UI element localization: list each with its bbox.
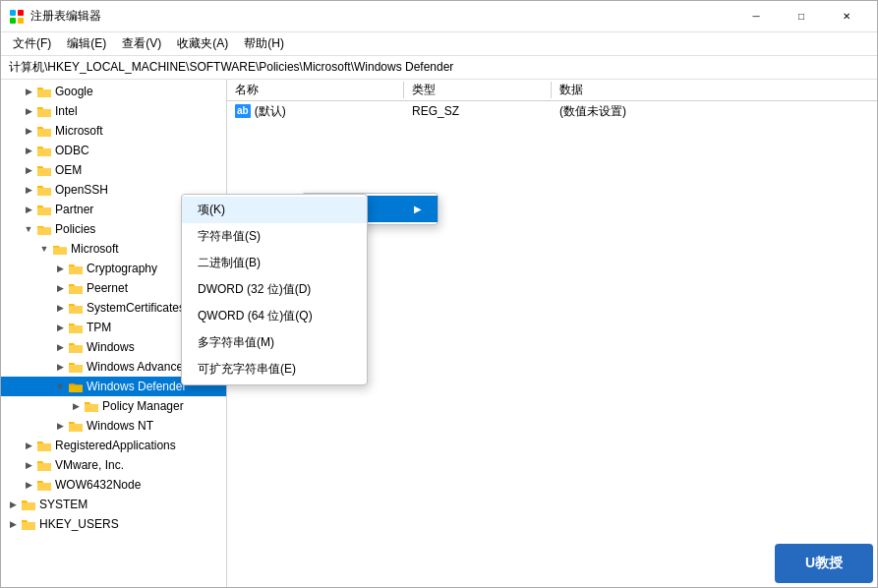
table-row-default[interactable]: ab (默认) REG_SZ (数值未设置) [227, 101, 877, 121]
tree-item-hkey-users[interactable]: ▶ HKEY_USERS [1, 514, 226, 534]
tree-item-wow6432[interactable]: ▶ WOW6432Node [1, 475, 226, 495]
tree-label-hkey-users: HKEY_USERS [39, 517, 119, 531]
tree-item-oem[interactable]: ▶ OEM [1, 160, 226, 180]
arrow-google: ▶ [21, 84, 36, 99]
tree-item-system[interactable]: ▶ SYSTEM [1, 495, 226, 514]
submenu: 项(K) 字符串值(S) 二进制值(B) DWORD (32 位)值(D) QW… [181, 194, 368, 385]
folder-icon-system [21, 498, 36, 511]
sub-item-expand-string[interactable]: 可扩充字符串值(E) [182, 356, 367, 382]
column-header: 名称 类型 数据 [227, 80, 877, 101]
svg-rect-11 [69, 266, 83, 274]
col-header-data: 数据 [552, 82, 877, 98]
sub-item-key[interactable]: 项(K) [182, 197, 367, 223]
svg-rect-3 [18, 18, 24, 24]
tree-item-vmware[interactable]: ▶ VMware, Inc. [1, 455, 226, 475]
sub-item-binary[interactable]: 二进制值(B) [182, 250, 367, 276]
arrow-partner: ▶ [21, 202, 36, 217]
tree-item-intel[interactable]: ▶ Intel [1, 101, 226, 121]
title-bar: 注册表编辑器 ─ □ ✕ [1, 1, 877, 32]
main-window: 注册表编辑器 ─ □ ✕ 文件(F) 编辑(E) 查看(V) 收藏夹(A) 帮助… [0, 0, 878, 588]
folder-icon-policy-manager [84, 399, 99, 413]
tree-label-policy-manager: Policy Manager [102, 399, 184, 413]
tree-item-policy-manager[interactable]: ▶ Policy Manager [1, 396, 226, 416]
folder-icon-openssh [36, 183, 52, 197]
tree-item-registered-apps[interactable]: ▶ RegisteredApplications [1, 436, 226, 455]
sub-item-qword[interactable]: QWORD (64 位)值(Q) [182, 303, 367, 329]
svg-rect-5 [37, 109, 51, 117]
tree-item-windows-nt[interactable]: ▶ Windows NT [1, 416, 226, 436]
col-header-type: 类型 [404, 82, 552, 98]
minimize-button[interactable]: ─ [733, 1, 779, 32]
arrow-windows: ▶ [52, 339, 68, 355]
svg-rect-9 [37, 188, 51, 196]
folder-icon-peernet [68, 281, 84, 295]
watermark: U教授 [775, 544, 873, 583]
data-row-name-default: (默认) [255, 103, 286, 120]
folder-icon-oem [36, 163, 52, 177]
folder-icon-systemcerts [68, 301, 84, 315]
window-controls: ─ □ ✕ [733, 1, 869, 32]
arrow-microsoft-child: ▼ [36, 241, 52, 257]
folder-icon-windows-defender [68, 380, 84, 393]
sub-item-string[interactable]: 字符串值(S) [182, 223, 367, 250]
menu-favorites[interactable]: 收藏夹(A) [169, 33, 236, 54]
svg-rect-6 [37, 129, 51, 137]
maximize-button[interactable]: □ [779, 1, 824, 32]
folder-icon-tpm [68, 321, 84, 334]
arrow-peernet: ▶ [52, 280, 68, 296]
svg-rect-8 [37, 168, 51, 176]
tree-label-systemcerts: SystemCertificates [87, 301, 185, 315]
sub-item-dword[interactable]: DWORD (32 位)值(D) [182, 276, 367, 303]
arrow-policies: ▼ [21, 221, 36, 237]
menu-file[interactable]: 文件(F) [5, 33, 59, 54]
tree-label-wow6432: WOW6432Node [55, 478, 141, 492]
data-name-cell-default: ab (默认) [227, 103, 404, 120]
svg-rect-4 [37, 89, 51, 97]
close-button[interactable]: ✕ [824, 1, 869, 32]
menu-bar: 文件(F) 编辑(E) 查看(V) 收藏夹(A) 帮助(H) [1, 32, 877, 56]
arrow-windows-defender: ▼ [52, 379, 68, 394]
sub-item-multi[interactable]: 多字符串值(M) [182, 329, 367, 356]
tree-label-vmware: VMware, Inc. [55, 458, 124, 472]
menu-view[interactable]: 查看(V) [114, 33, 169, 54]
address-bar: 计算机\HKEY_LOCAL_MACHINE\SOFTWARE\Policies… [1, 56, 877, 80]
svg-rect-20 [37, 463, 51, 471]
tree-label-oem: OEM [55, 163, 82, 177]
arrow-windows-nt: ▶ [52, 418, 68, 434]
sub-label-key: 项(K) [198, 202, 225, 218]
tree-label-tpm: TPM [87, 321, 111, 334]
tree-item-google[interactable]: ▶ Google [1, 82, 226, 101]
folder-icon-vmware [36, 458, 52, 472]
arrow-openssh: ▶ [21, 182, 36, 198]
tree-label-windows: Windows [87, 340, 135, 354]
tree-label-windows-advanced: Windows Advanced [87, 360, 193, 374]
menu-help[interactable]: 帮助(H) [236, 33, 292, 54]
svg-rect-12 [69, 286, 83, 294]
main-area: ▶ Google ▶ Intel ▶ [1, 80, 877, 587]
arrow-tpm: ▶ [52, 320, 68, 335]
folder-icon-windows [68, 340, 84, 354]
folder-icon-registered-apps [36, 439, 52, 452]
sub-label-binary: 二进制值(B) [198, 255, 261, 271]
arrow-hkey-users: ▶ [5, 516, 21, 532]
folder-icon-google [36, 85, 52, 98]
tree-item-microsoft[interactable]: ▶ Microsoft [1, 121, 226, 141]
svg-rect-2 [10, 18, 16, 24]
folder-icon-odbc [36, 144, 52, 157]
arrow-oem: ▶ [21, 162, 36, 178]
app-icon [9, 9, 25, 25]
tree-label-intel: Intel [55, 104, 78, 118]
arrow-windows-advanced: ▶ [52, 359, 68, 375]
tree-item-odbc[interactable]: ▶ ODBC [1, 141, 226, 160]
menu-edit[interactable]: 编辑(E) [59, 33, 114, 54]
arrow-vmware: ▶ [21, 457, 36, 473]
folder-icon-cryptography [68, 262, 84, 275]
tree-label-partner: Partner [55, 203, 93, 216]
arrow-policy-manager: ▶ [68, 398, 84, 414]
svg-rect-21 [37, 483, 51, 491]
svg-rect-10 [37, 207, 51, 215]
svg-rect-7 [37, 148, 51, 156]
tree-label-openssh: OpenSSH [55, 183, 108, 197]
svg-rect-14 [69, 325, 83, 333]
svg-rect-19 [37, 443, 51, 451]
